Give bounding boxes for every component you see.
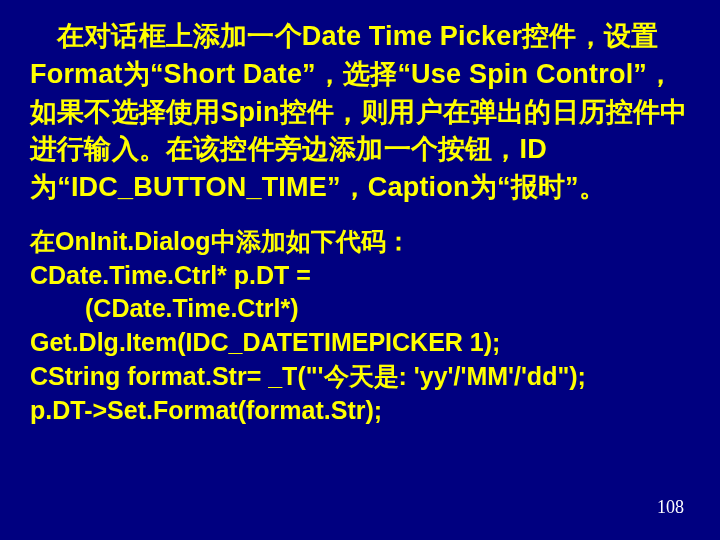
code-line-4: Get.Dlg.Item(IDC_DATETIMEPICKER 1); xyxy=(30,326,690,360)
code-line-2: CDate.Time.Ctrl* p.DT = xyxy=(30,259,690,293)
code-line-5: CString format.Str= _T("'今天是: 'yy'/'MM'/… xyxy=(30,360,690,394)
slide: 在对话框上添加一个Date Time Picker控件，设置Format为“Sh… xyxy=(0,0,720,540)
code-block: 在OnInit.Dialog中添加如下代码： CDate.Time.Ctrl* … xyxy=(30,225,690,428)
code-line-3: (CDate.Time.Ctrl*) xyxy=(30,292,690,326)
code-line-6: p.DT->Set.Format(format.Str); xyxy=(30,394,690,428)
code-line-1: 在OnInit.Dialog中添加如下代码： xyxy=(30,225,690,259)
page-number: 108 xyxy=(657,497,684,518)
paragraph-intro: 在对话框上添加一个Date Time Picker控件，设置Format为“Sh… xyxy=(30,18,690,207)
